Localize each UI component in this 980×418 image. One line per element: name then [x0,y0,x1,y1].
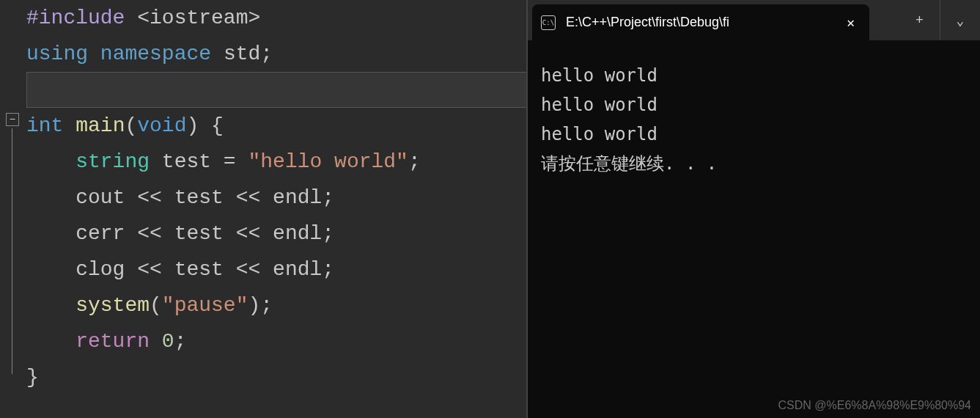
code-line[interactable]: return 0; [26,323,528,359]
terminal-controls: + ⌄ [899,0,980,40]
code-token: return [26,330,150,353]
code-token: > [248,7,260,29]
code-token: cerr [26,222,125,245]
code-line[interactable]: system("pause"); [26,287,528,323]
code-token: ; [260,294,273,317]
code-token: using [26,43,88,65]
code-token: std [224,43,260,65]
code-line[interactable]: #include <iostream> [26,0,528,36]
code-token: = [211,150,248,173]
code-token: < [137,7,150,29]
code-token: cout [26,186,125,209]
code-token [125,7,137,29]
code-token: main [75,114,125,137]
code-token: ; [322,186,334,209]
code-token: int [26,114,63,137]
fold-guide-line [12,128,12,374]
code-token: << [224,186,273,209]
terminal-line: hello world [541,90,967,120]
new-tab-button[interactable]: + [899,0,940,40]
code-token: << [125,222,174,245]
code-token: "pause" [162,294,248,317]
code-token: endl [273,222,322,245]
code-token: endl [273,258,322,281]
code-token: ; [260,43,273,65]
code-line[interactable]: cerr << test << endl; [26,216,528,252]
terminal-output[interactable]: hello worldhello worldhello world请按任意键继续… [528,40,980,418]
code-token: << [125,258,174,281]
terminal-pane: C:\ E:\C++\Project\first\Debug\fi ✕ + ⌄ … [528,0,980,418]
code-token: ; [322,222,334,245]
code-line[interactable] [26,72,528,108]
terminal-icon: C:\ [541,15,556,30]
code-token: ) [186,114,199,137]
code-token [150,150,162,173]
code-token: << [125,186,174,209]
code-token: "hello world" [248,150,408,173]
code-token: ; [322,258,334,281]
code-area[interactable]: #include <iostream>using namespace std;i… [26,0,528,418]
code-token: << [224,258,273,281]
code-token: namespace [100,43,211,65]
code-token: endl [273,186,322,209]
code-token: test [174,222,224,245]
code-line[interactable]: clog << test << endl; [26,252,528,287]
code-token: } [26,366,39,389]
code-line[interactable]: using namespace std; [26,36,528,72]
code-line[interactable]: string test = "hello world"; [26,144,528,180]
code-line[interactable]: cout << test << endl; [26,180,528,216]
editor-gutter: − [0,0,26,418]
close-tab-button[interactable]: ✕ [841,12,861,34]
code-line[interactable]: int main(void) { [26,108,528,144]
code-token [199,114,211,137]
terminal-line: hello world [541,61,967,90]
terminal-titlebar: C:\ E:\C++\Project\first\Debug\fi ✕ + ⌄ [528,0,980,40]
code-token: iostream [150,7,248,29]
watermark: CSDN @%E6%8A%98%E9%80%94 [778,399,971,412]
code-token: clog [26,258,125,281]
code-token: ( [150,294,162,317]
code-token: test [162,150,211,173]
code-editor-pane: − #include <iostream>using namespace std… [0,0,528,418]
code-token [150,330,162,353]
code-token: ; [174,330,187,353]
code-token: << [224,222,273,245]
terminal-tab[interactable]: C:\ E:\C++\Project\first\Debug\fi ✕ [532,4,869,40]
code-token: test [174,258,224,281]
terminal-line: 请按任意键继续. . . [541,149,967,178]
code-token [88,43,100,65]
code-token: #include [26,7,125,29]
code-token: ( [125,114,137,137]
terminal-tab-title: E:\C++\Project\first\Debug\fi [566,15,830,30]
code-token: 0 [162,330,174,353]
code-token: { [211,114,224,137]
code-token: ) [248,294,260,317]
code-token: void [137,114,186,137]
code-token: system [26,294,150,317]
code-token [211,43,224,65]
code-token: string [26,150,150,173]
code-token: ; [408,150,421,173]
code-line[interactable]: } [26,359,528,395]
code-token [63,114,75,137]
terminal-line: hello world [541,120,967,149]
fold-toggle[interactable]: − [6,113,19,126]
code-token: test [174,186,224,209]
tab-dropdown-button[interactable]: ⌄ [940,0,980,40]
